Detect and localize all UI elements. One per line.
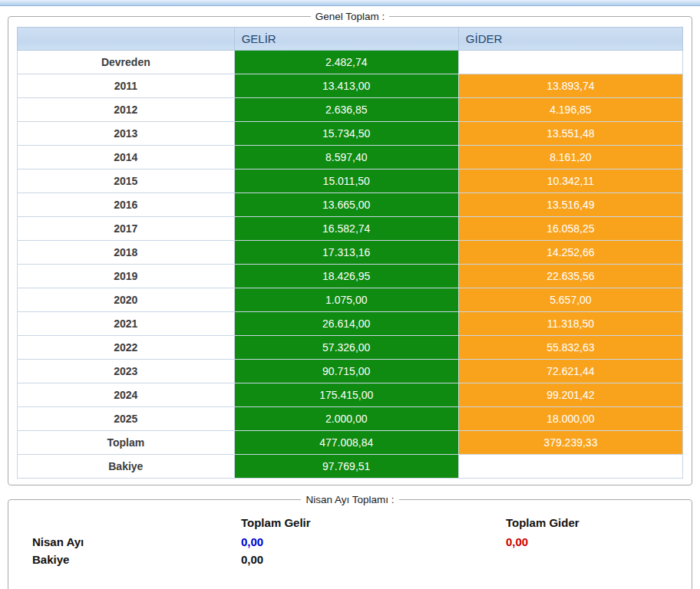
gider-value-cell: 8.161,20 (458, 146, 682, 169)
general-total-legend: Genel Toplam : (311, 11, 390, 22)
gelir-value-cell: 16.582,74 (234, 217, 458, 241)
row-label: Toplam (18, 431, 235, 455)
gelir-value-cell: 477.008,84 (234, 431, 458, 455)
gider-value-cell: 13.893,74 (458, 74, 682, 98)
month-summary-grid: Toplam Gelir Toplam Gider Nisan Ayı 0,00… (17, 508, 683, 568)
month-gelir-value: 0,00 (241, 534, 506, 551)
table-row: 2019 18.426,95 22.635,56 (18, 265, 683, 288)
gelir-value-cell: 2.636,85 (234, 98, 458, 122)
gelir-value-cell: 2.482,74 (234, 51, 458, 74)
column-header-gelir: GELİR (234, 28, 458, 51)
gider-value-cell (458, 455, 682, 479)
gelir-value-cell: 2.000,00 (234, 407, 458, 431)
gelir-value-cell: 13.665,00 (234, 193, 458, 217)
gider-value-cell: 13.551,48 (458, 122, 682, 146)
row-label: 2011 (18, 74, 235, 98)
table-row: 2014 8.597,40 8.161,20 (18, 146, 683, 169)
gider-value-cell: 55.832,63 (458, 336, 682, 360)
month-row-label-nisan-ayi: Nisan Ayı (32, 534, 241, 551)
row-label: 2022 (18, 336, 235, 360)
column-header-gider: GİDER (458, 28, 682, 51)
gelir-value-cell: 175.415,00 (234, 383, 458, 407)
row-label: Bakiye (18, 455, 235, 479)
gider-value-cell: 14.252,66 (458, 241, 682, 265)
row-label: 2019 (18, 265, 235, 288)
gider-value-cell: 5.657,00 (458, 288, 682, 312)
row-label: 2023 (18, 360, 235, 383)
gelir-value-cell: 1.075,00 (234, 288, 458, 312)
gider-value-cell (458, 51, 682, 74)
table-row: Toplam 477.008,84 379.239,33 (18, 431, 683, 455)
gelir-value-cell: 15.011,50 (234, 169, 458, 193)
table-row: 2025 2.000,00 18.000,00 (18, 407, 683, 431)
table-row: 2024 175.415,00 99.201,42 (18, 383, 683, 407)
general-table-body: Devreden 2.482,74 2011 13.413,00 13.893,… (18, 51, 683, 479)
table-row: 2022 57.326,00 55.832,63 (18, 336, 683, 360)
gider-value-cell: 22.635,56 (458, 265, 682, 288)
gider-value-cell: 72.621,44 (458, 360, 682, 383)
month-header-toplam-gider: Toplam Gider (506, 513, 683, 533)
row-label: 2024 (18, 383, 235, 407)
row-label: 2012 (18, 98, 235, 122)
general-total-section: Genel Toplam : GELİR GİDER Devreden 2.48… (8, 11, 692, 485)
gelir-value-cell: 15.734,50 (234, 122, 458, 146)
gelir-value-cell: 18.426,95 (234, 265, 458, 288)
gelir-value-cell: 90.715,00 (234, 360, 458, 383)
gelir-value-cell: 8.597,40 (234, 146, 458, 169)
month-bakiye-value: 0,00 (241, 551, 506, 568)
gider-value-cell: 11.318,50 (458, 312, 682, 336)
gider-value-cell: 16.058,25 (458, 217, 682, 241)
month-total-section: Nisan Ayı Toplamı : Toplam Gelir Toplam … (8, 494, 692, 589)
gelir-value-cell: 57.326,00 (234, 336, 458, 360)
month-gider-value: 0,00 (506, 534, 683, 551)
row-label: 2017 (18, 217, 235, 241)
row-label: 2015 (18, 169, 235, 193)
table-row: Bakiye 97.769,51 (18, 455, 683, 479)
row-label: Devreden (18, 51, 235, 74)
table-header-row: GELİR GİDER (18, 28, 683, 51)
month-header-toplam-gelir: Toplam Gelir (241, 513, 506, 533)
month-header-blank (32, 513, 241, 533)
table-row: Devreden 2.482,74 (18, 51, 683, 74)
table-row: 2012 2.636,85 4.196,85 (18, 98, 683, 122)
gelir-value-cell: 97.769,51 (234, 455, 458, 479)
gider-value-cell: 379.239,33 (458, 431, 682, 455)
month-bakiye-gider-blank (506, 551, 683, 568)
table-row: 2015 15.011,50 10.342,11 (18, 169, 683, 193)
row-label: 2014 (18, 146, 235, 169)
table-row: 2013 15.734,50 13.551,48 (18, 122, 683, 146)
row-label: 2025 (18, 407, 235, 431)
gider-value-cell: 10.342,11 (458, 169, 682, 193)
table-row: 2020 1.075,00 5.657,00 (18, 288, 683, 312)
table-row: 2023 90.715,00 72.621,44 (18, 360, 683, 383)
gider-value-cell: 99.201,42 (458, 383, 682, 407)
row-label: 2018 (18, 241, 235, 265)
table-row: 2018 17.313,16 14.252,66 (18, 241, 683, 265)
row-label: 2013 (18, 122, 235, 146)
table-row: 2021 26.614,00 11.318,50 (18, 312, 683, 336)
column-header-blank (18, 28, 235, 51)
row-label: 2020 (18, 288, 235, 312)
row-label: 2016 (18, 193, 235, 217)
table-row: 2016 13.665,00 13.516,49 (18, 193, 683, 217)
gider-value-cell: 4.196,85 (458, 98, 682, 122)
gider-value-cell: 13.516,49 (458, 193, 682, 217)
gelir-value-cell: 26.614,00 (234, 312, 458, 336)
gelir-value-cell: 13.413,00 (234, 74, 458, 98)
general-totals-table: GELİR GİDER Devreden 2.482,74 2011 13.41… (17, 27, 683, 479)
gider-value-cell: 18.000,00 (458, 407, 682, 431)
table-row: 2017 16.582,74 16.058,25 (18, 217, 683, 241)
row-label: 2021 (18, 312, 235, 336)
gelir-value-cell: 17.313,16 (234, 241, 458, 265)
month-row-label-bakiye: Bakiye (32, 551, 241, 568)
table-row: 2011 13.413,00 13.893,74 (18, 74, 683, 98)
window-top-bar (0, 0, 700, 6)
month-total-legend: Nisan Ayı Toplamı : (301, 494, 398, 505)
